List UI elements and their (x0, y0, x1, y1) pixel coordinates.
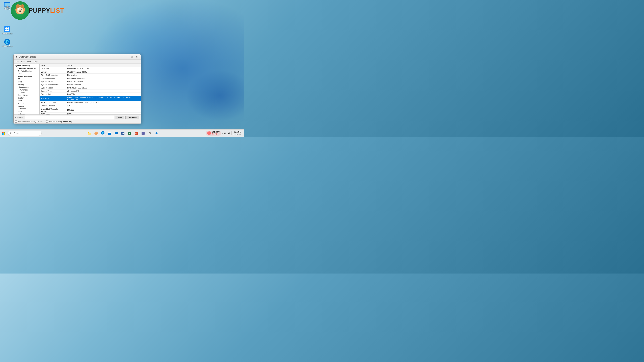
monitor-icon (4, 2, 10, 8)
table-row[interactable]: Embedded Controller Version255.255 (40, 107, 141, 113)
tree-network[interactable]: ▶ Network (14, 107, 40, 110)
tree-multimedia-label: Multimedia (20, 89, 28, 91)
svg-point-30 (94, 132, 98, 135)
table-row[interactable]: Other OS DescriptionNot Available (40, 73, 141, 77)
taskbar-icon-puppy[interactable] (93, 130, 99, 136)
table-row[interactable]: System ModelHP EliteOne 800 G1 AiO (40, 86, 141, 89)
taskbar-icon-settings[interactable] (147, 130, 153, 136)
taskbar-clock[interactable]: 8:08 PM 8/24/2024 (233, 131, 241, 135)
svg-rect-29 (88, 133, 91, 135)
tree-sound-device[interactable]: Sound Device (14, 94, 40, 96)
table-row[interactable]: System Typex64-based PC (40, 89, 141, 93)
tree-conflicts-label: Conflicts/Sharing (18, 70, 32, 72)
clock-time: 8:08 PM (233, 131, 241, 133)
window-body: System Summary ▼ Hardware Resources Conf… (14, 64, 141, 114)
taskbar-divider (205, 131, 205, 135)
desktop-icon-control-panel[interactable]: Control Panel (1, 26, 13, 34)
tree-infrared[interactable]: Infrared (14, 99, 40, 102)
tree-memory[interactable]: Memory (14, 83, 40, 86)
tree-dma-label: DMA (18, 73, 22, 75)
search-icon (10, 132, 12, 134)
svg-line-26 (12, 134, 12, 134)
table-row[interactable]: ProcessorIntel(R) Core(TM) i5-4670S CPU … (40, 96, 141, 101)
menu-view[interactable]: View (26, 60, 32, 63)
notification-badge: 1 (207, 131, 211, 135)
find-button[interactable]: Find (116, 116, 124, 119)
taskbar-icon-edge-browser[interactable] (100, 130, 106, 136)
desktop-icon-edge[interactable]: Microsoft Edge (1, 38, 13, 47)
tree-system-summary-label: System Summary (15, 65, 30, 67)
close-button[interactable]: ✕ (135, 55, 139, 59)
close-find-button[interactable]: Close Find (126, 116, 139, 119)
tree-storage[interactable]: ▶ Storage (14, 113, 40, 114)
tree-display[interactable]: Display (14, 96, 40, 99)
svg-rect-13 (6, 6, 8, 7)
find-input[interactable] (25, 116, 114, 119)
edge-icon (4, 38, 10, 45)
menu-edit[interactable]: Edit (20, 60, 26, 63)
show-desktop-button[interactable] (242, 130, 243, 136)
taskbar-search[interactable]: Search (8, 131, 42, 136)
taskbar-icon-outlook[interactable] (113, 130, 119, 136)
taskbar-icon-file-explorer[interactable] (86, 130, 92, 136)
tree-modem[interactable]: Modem (14, 105, 40, 107)
tree-system-summary[interactable]: System Summary (14, 64, 40, 67)
table-row[interactable]: System ManufacturerHewlett-Packard (40, 83, 141, 86)
desktop-icon-this-pc[interactable]: This PC (1, 2, 13, 10)
search-placeholder: Search (14, 132, 20, 134)
edge-label: Microsoft Edge (2, 45, 13, 47)
tree-multimedia[interactable]: ▶ Multimedia (14, 88, 40, 91)
tree-input[interactable]: ▶ Input (14, 102, 40, 105)
tree-network-toggle: ▶ (18, 108, 19, 110)
tree-cdrom[interactable]: CD-ROM (14, 91, 40, 94)
checkbox-selected-category[interactable] (15, 120, 17, 122)
tree-hardware-resources[interactable]: ▼ Hardware Resources (14, 67, 40, 70)
tree-irqs[interactable]: IRQs (14, 80, 40, 83)
taskbar-icon-word[interactable]: W (120, 130, 126, 136)
table-row[interactable]: OS ManufacturerMicrosoft Corporation (40, 77, 141, 80)
tree-network-label: Network (20, 108, 26, 110)
data-panel: Item Value OS NameMicrosoft Windows 11 P… (40, 64, 141, 114)
tree-dma[interactable]: DMA (14, 72, 40, 75)
minimize-button[interactable]: ─ (125, 55, 130, 59)
tree-components[interactable]: ▼ Components (14, 86, 40, 88)
table-row[interactable]: OS NameMicrosoft Windows 11 Pro (40, 67, 141, 70)
table-row[interactable]: SMBIOS Version2.7 (40, 104, 141, 107)
svg-rect-14 (6, 7, 9, 7)
expand-tray-icon[interactable]: ∧ (222, 132, 223, 134)
svg-point-18 (5, 29, 7, 31)
table-row[interactable]: System NameHP-ELITEONE-800 (40, 80, 141, 83)
taskbar-icon-teams[interactable]: T (140, 130, 146, 136)
table-row[interactable]: System SKUD0A59AV (40, 93, 141, 96)
table-row[interactable]: Version10.0.22631 Build 22631 (40, 70, 141, 73)
svg-rect-22 (4, 132, 5, 133)
tree-forced-hardware[interactable]: Forced Hardware (14, 75, 40, 78)
taskbar-icon-azure[interactable] (154, 130, 160, 136)
wifi-icon (224, 132, 226, 135)
tree-io[interactable]: I/O (14, 78, 40, 80)
maximize-button[interactable]: □ (130, 55, 134, 59)
table-row[interactable]: BIOS ModeUEFI (40, 113, 141, 115)
table-row[interactable]: BIOS Version/DateHewlett-Packard L01 v02… (40, 101, 141, 104)
tree-components-label: Components (18, 86, 29, 88)
checkbox-category-names[interactable] (46, 120, 48, 122)
file-explorer-icon (88, 131, 91, 135)
menu-help[interactable]: Help (32, 60, 39, 63)
window-controls: ─ □ ✕ (125, 55, 139, 59)
tray-icons: ∧ (222, 132, 230, 135)
taskbar-icon-file-manager[interactable] (106, 130, 112, 136)
data-table: Item Value OS NameMicrosoft Windows 11 P… (40, 64, 141, 114)
currency-widget[interactable]: 1 USD/JPY -1.29% (206, 131, 221, 136)
taskbar-icon-excel[interactable]: X (126, 130, 133, 136)
svg-point-55 (225, 134, 225, 134)
menu-file[interactable]: File (14, 60, 20, 63)
clock-date: 8/24/2024 (233, 133, 241, 135)
tree-conflicts-sharing[interactable]: Conflicts/Sharing (14, 70, 40, 72)
tree-multimedia-toggle: ▶ (18, 89, 19, 91)
start-button[interactable] (0, 130, 8, 137)
settings-icon (148, 131, 152, 135)
taskbar-center-icons: W X P T (42, 130, 204, 136)
taskbar-icon-powerpoint[interactable]: P (133, 130, 139, 136)
azure-icon (155, 131, 158, 135)
tree-ports[interactable]: Ports (14, 110, 40, 113)
